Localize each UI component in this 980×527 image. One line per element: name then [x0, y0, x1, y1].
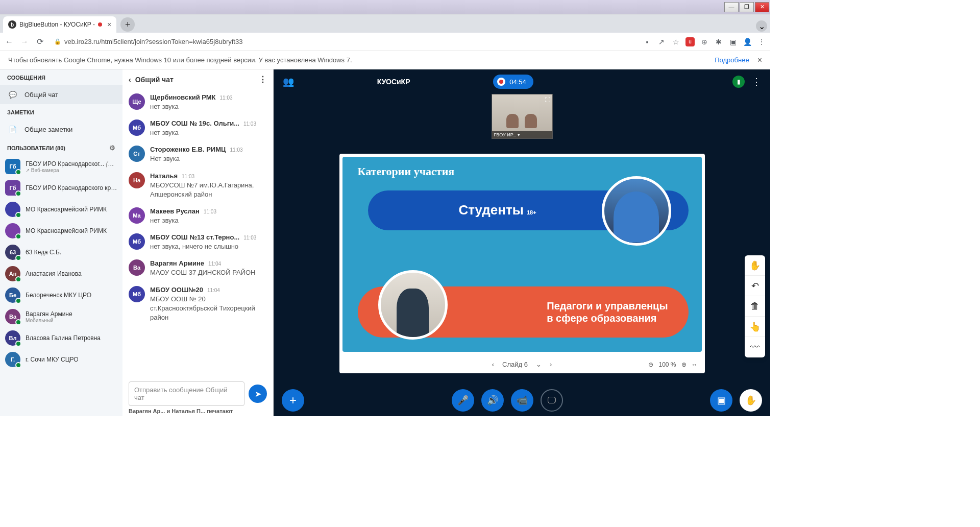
message-avatar: Мб	[129, 119, 145, 136]
slide-heading: Категории участия	[358, 165, 455, 178]
message-avatar: Мб	[129, 233, 145, 250]
minimize-button[interactable]: —	[724, 2, 739, 12]
tab-list-button[interactable]: ⌄	[756, 20, 767, 32]
chat-title: Общий чат	[135, 76, 174, 84]
tab-close-icon[interactable]: ×	[107, 20, 111, 29]
hand-tool-icon[interactable]: ✋	[745, 255, 765, 276]
slide-dropdown-icon[interactable]: ⌄	[536, 361, 542, 368]
close-window-button[interactable]: ✕	[755, 2, 769, 12]
maximize-button[interactable]: ❐	[740, 2, 754, 12]
tab-title: BigBlueButton - КУОСиКР -	[19, 21, 95, 28]
public-chat-item[interactable]: 💬 Общий чат	[0, 85, 122, 104]
user-row[interactable]: ГбГБОУ ИРО Краснодарского края	[0, 177, 122, 199]
connection-status-icon[interactable]: ▮	[732, 76, 745, 88]
user-row[interactable]: АнАнастасия Иванова	[0, 263, 122, 284]
chat-menu-icon[interactable]: ⋮	[259, 75, 267, 84]
user-row[interactable]: ГбГБОУ ИРО Краснодарског... (Вы)↗ Веб-ка…	[0, 156, 122, 177]
shared-notes-label: Общие заметки	[24, 126, 72, 133]
presentation-area: 👥 КУОСиКР 04:54 ▮ ⋮ ⛶ ГБОУ ИР... ▾ ⛶	[274, 69, 770, 416]
slide-navigation: ‹ Слайд 6 ⌄ › ⊖ 100 % ⊕ ↔	[339, 356, 705, 373]
notes-header: ЗАМЕТКИ	[0, 104, 122, 119]
message-time: 11:03	[182, 174, 194, 179]
chat-message: МбМБОУ ООШ№2011:04МБОУ ООШ № 20 ст.Красн…	[129, 282, 267, 327]
shared-notes-item[interactable]: 📄 Общие заметки	[0, 119, 122, 139]
zoom-out-icon[interactable]: ⊖	[648, 361, 653, 368]
sidepanel-icon[interactable]: ▣	[728, 37, 738, 46]
options-menu-icon[interactable]: ⋮	[752, 76, 761, 87]
new-tab-button[interactable]: +	[120, 17, 135, 32]
slide-label[interactable]: Слайд 6	[502, 361, 528, 368]
message-author: Варагян Армине	[150, 259, 204, 267]
teacher-photo	[378, 270, 448, 340]
chat-message: МаМакеев Руслан11:03нет звука	[129, 203, 267, 229]
message-author: Наталья	[150, 172, 178, 180]
users-settings-icon[interactable]: ⚙	[109, 144, 115, 152]
user-row[interactable]: ВлВласова Галина Петровна	[0, 327, 122, 349]
address-bar: ← → ⟳ 🔒 veb.iro23.ru/html5client/join?se…	[0, 33, 770, 51]
chat-messages[interactable]: ЩеЩербиновский РМК11:03нет звукаМбМБОУ С…	[122, 89, 273, 377]
actions-button[interactable]: +	[282, 389, 304, 412]
minimize-presentation-button[interactable]: ▣	[710, 389, 732, 412]
public-chat-label: Общий чат	[24, 91, 58, 99]
browser-tab[interactable]: b BigBlueButton - КУОСиКР - ×	[3, 16, 116, 33]
user-avatar: Ва	[5, 309, 20, 324]
audio-button[interactable]: 🔊	[481, 389, 504, 412]
chat-input[interactable]: Отправить сообщение Общий чат	[129, 381, 244, 406]
chat-back-icon[interactable]: ‹	[129, 76, 131, 84]
annotations-icon[interactable]: 〰	[745, 337, 765, 357]
mute-button[interactable]: 🎤	[452, 389, 474, 412]
zoom-in-icon[interactable]: ⊕	[681, 361, 687, 368]
user-row[interactable]: МО Красноармейский РИМК	[0, 220, 122, 242]
reload-button[interactable]: ⟳	[35, 37, 45, 47]
user-row[interactable]: МО Красноармейский РИМК	[0, 199, 122, 220]
share-icon[interactable]: ↗	[657, 37, 666, 46]
info-bar-more-link[interactable]: Подробнее	[715, 56, 749, 64]
recording-pill[interactable]: 04:54	[493, 75, 533, 89]
user-subtext: Мобильный	[26, 318, 117, 323]
bookmark-icon[interactable]: ☆	[671, 37, 680, 46]
ublock-icon[interactable]: u	[685, 37, 695, 46]
user-avatar	[5, 202, 20, 217]
screenshare-button[interactable]: 🖵	[541, 389, 563, 412]
user-name: ГБОУ ИРО Краснодарского края	[26, 184, 117, 191]
globe-icon[interactable]: ⊕	[700, 37, 709, 46]
undo-icon[interactable]: ↶	[745, 276, 765, 296]
raise-hand-button[interactable]: ✋	[740, 389, 762, 412]
send-button[interactable]: ➤	[249, 385, 267, 403]
back-button[interactable]: ←	[4, 37, 14, 47]
info-bar-close-icon[interactable]: ×	[757, 56, 762, 65]
user-row[interactable]: 6363 Кеда С.Б.	[0, 242, 122, 263]
record-icon	[497, 78, 505, 86]
message-time: 11:03	[243, 235, 256, 241]
message-text: МАОУ СОШ 37 ДИНСКОЙ РАЙОН	[150, 268, 267, 277]
prev-slide-icon[interactable]: ‹	[492, 361, 494, 368]
webcam-button[interactable]: 📹	[511, 389, 533, 412]
delete-icon[interactable]: 🗑	[745, 296, 765, 317]
fit-width-icon[interactable]: ↔	[692, 361, 698, 368]
message-time: 11:03	[220, 95, 233, 101]
window-titlebar: — ❐ ✕	[0, 0, 770, 14]
user-row[interactable]: БеБелореченск МКУ ЦРО	[0, 284, 122, 306]
url-field[interactable]: 🔒 veb.iro23.ru/html5client/join?sessionT…	[50, 38, 638, 45]
users-toggle-icon[interactable]: 👥	[283, 76, 294, 87]
profile-icon[interactable]: 👤	[743, 37, 752, 46]
next-slide-icon[interactable]: ›	[550, 361, 552, 368]
camera-indicator-icon[interactable]: ▪	[643, 37, 652, 46]
browser-menu-icon[interactable]: ⋮	[757, 37, 766, 46]
user-avatar: Г.	[5, 352, 20, 367]
webcam-thumbnail[interactable]: ⛶ ГБОУ ИР... ▾	[492, 94, 553, 139]
user-row[interactable]: Г.г. Сочи МКУ СЦРО	[0, 349, 122, 370]
user-row[interactable]: ВаВарагян АрминеМобильный	[0, 306, 122, 327]
chat-message: СтСтороженко Е.В. РИМЦ11:03Нет звука	[129, 141, 267, 167]
users-header: ПОЛЬЗОВАТЕЛИ (80) ⚙	[0, 139, 122, 156]
extensions-icon[interactable]: ✱	[714, 37, 723, 46]
webcam-fullscreen-icon[interactable]: ⛶	[545, 97, 550, 103]
webcam-label: ГБОУ ИР... ▾	[492, 131, 552, 138]
message-text: нет звука	[150, 128, 267, 137]
message-time: 11:03	[243, 121, 256, 127]
forward-button[interactable]: →	[19, 37, 30, 47]
browser-tab-bar: b BigBlueButton - КУОСиКР - × + ⌄	[0, 14, 770, 33]
message-time: 11:03	[230, 147, 242, 153]
main-topbar: 👥 КУОСиКР 04:54 ▮ ⋮	[274, 69, 770, 94]
pointer-tool-icon[interactable]: 👆	[745, 317, 765, 337]
